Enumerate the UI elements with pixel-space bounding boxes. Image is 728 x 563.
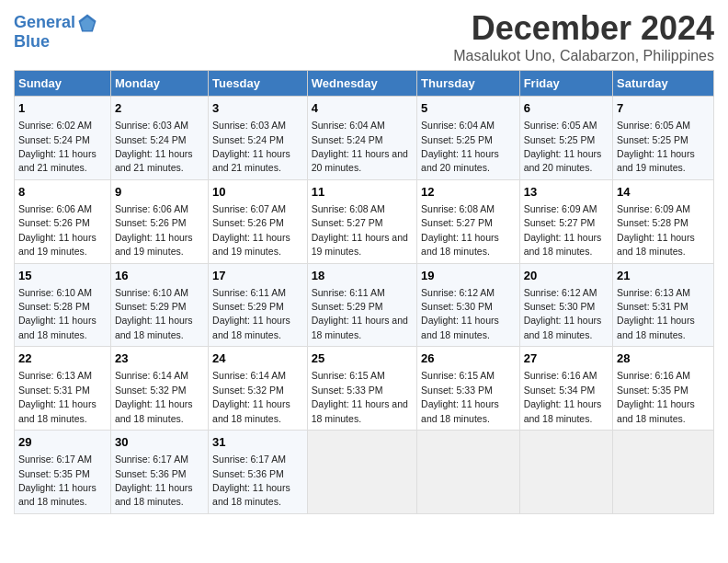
calendar-week-1: 1Sunrise: 6:02 AMSunset: 5:24 PMDaylight…: [15, 97, 714, 180]
calendar-cell: 5Sunrise: 6:04 AMSunset: 5:25 PMDaylight…: [417, 97, 520, 180]
calendar-cell: 29Sunrise: 6:17 AMSunset: 5:35 PMDayligh…: [15, 431, 111, 514]
calendar-cell: 2Sunrise: 6:03 AMSunset: 5:24 PMDaylight…: [110, 97, 208, 180]
logo-text2: Blue: [14, 33, 97, 52]
calendar-header-row: Sunday Monday Tuesday Wednesday Thursday…: [15, 71, 714, 97]
calendar-cell: [307, 431, 416, 514]
calendar-cell: 25Sunrise: 6:15 AMSunset: 5:33 PMDayligh…: [307, 347, 416, 431]
col-friday: Friday: [519, 71, 612, 97]
calendar-cell: 15Sunrise: 6:10 AMSunset: 5:28 PMDayligh…: [15, 263, 111, 347]
col-thursday: Thursday: [417, 71, 520, 97]
calendar-cell: [417, 431, 520, 514]
calendar-cell: 28Sunrise: 6:16 AMSunset: 5:35 PMDayligh…: [613, 347, 714, 431]
calendar-week-2: 8Sunrise: 6:06 AMSunset: 5:26 PMDaylight…: [15, 179, 714, 263]
calendar-cell: 23Sunrise: 6:14 AMSunset: 5:32 PMDayligh…: [110, 347, 208, 431]
col-tuesday: Tuesday: [209, 71, 308, 97]
logo-text: General: [14, 13, 97, 33]
calendar-cell: 7Sunrise: 6:05 AMSunset: 5:25 PMDaylight…: [613, 97, 714, 180]
title-block: December 2024 Masalukot Uno, Calabarzon,…: [453, 9, 714, 64]
calendar-cell: 1Sunrise: 6:02 AMSunset: 5:24 PMDaylight…: [15, 97, 111, 180]
col-saturday: Saturday: [613, 71, 714, 97]
col-sunday: Sunday: [15, 71, 111, 97]
calendar-cell: 14Sunrise: 6:09 AMSunset: 5:28 PMDayligh…: [613, 179, 714, 263]
calendar-cell: 21Sunrise: 6:13 AMSunset: 5:31 PMDayligh…: [613, 263, 714, 347]
calendar-cell: 24Sunrise: 6:14 AMSunset: 5:32 PMDayligh…: [209, 347, 308, 431]
calendar-cell: 19Sunrise: 6:12 AMSunset: 5:30 PMDayligh…: [417, 263, 520, 347]
calendar-week-4: 22Sunrise: 6:13 AMSunset: 5:31 PMDayligh…: [15, 347, 714, 431]
col-monday: Monday: [110, 71, 208, 97]
calendar-cell: [519, 431, 612, 514]
calendar-cell: 26Sunrise: 6:15 AMSunset: 5:33 PMDayligh…: [417, 347, 520, 431]
calendar-cell: 11Sunrise: 6:08 AMSunset: 5:27 PMDayligh…: [307, 179, 416, 263]
calendar-body: 1Sunrise: 6:02 AMSunset: 5:24 PMDaylight…: [15, 97, 714, 514]
calendar-cell: [613, 431, 714, 514]
calendar-cell: 12Sunrise: 6:08 AMSunset: 5:27 PMDayligh…: [417, 179, 520, 263]
calendar-cell: 18Sunrise: 6:11 AMSunset: 5:29 PMDayligh…: [307, 263, 416, 347]
calendar-cell: 9Sunrise: 6:06 AMSunset: 5:26 PMDaylight…: [110, 179, 208, 263]
calendar-cell: 3Sunrise: 6:03 AMSunset: 5:24 PMDaylight…: [209, 97, 308, 180]
calendar-table: Sunday Monday Tuesday Wednesday Thursday…: [14, 70, 714, 514]
calendar-cell: 17Sunrise: 6:11 AMSunset: 5:29 PMDayligh…: [209, 263, 308, 347]
main-title: December 2024: [453, 9, 714, 48]
calendar-cell: 8Sunrise: 6:06 AMSunset: 5:26 PMDaylight…: [15, 179, 111, 263]
calendar-week-3: 15Sunrise: 6:10 AMSunset: 5:28 PMDayligh…: [15, 263, 714, 347]
calendar-cell: 4Sunrise: 6:04 AMSunset: 5:24 PMDaylight…: [307, 97, 416, 180]
calendar-cell: 6Sunrise: 6:05 AMSunset: 5:25 PMDaylight…: [519, 97, 612, 180]
calendar-cell: 31Sunrise: 6:17 AMSunset: 5:36 PMDayligh…: [209, 431, 308, 514]
calendar-week-5: 29Sunrise: 6:17 AMSunset: 5:35 PMDayligh…: [15, 431, 714, 514]
subtitle: Masalukot Uno, Calabarzon, Philippines: [453, 48, 714, 64]
calendar-cell: 16Sunrise: 6:10 AMSunset: 5:29 PMDayligh…: [110, 263, 208, 347]
calendar-cell: 20Sunrise: 6:12 AMSunset: 5:30 PMDayligh…: [519, 263, 612, 347]
calendar-cell: 22Sunrise: 6:13 AMSunset: 5:31 PMDayligh…: [15, 347, 111, 431]
logo: General Blue: [14, 13, 97, 52]
calendar-cell: 13Sunrise: 6:09 AMSunset: 5:27 PMDayligh…: [519, 179, 612, 263]
calendar-cell: 27Sunrise: 6:16 AMSunset: 5:34 PMDayligh…: [519, 347, 612, 431]
col-wednesday: Wednesday: [307, 71, 416, 97]
page-header: General Blue December 2024 Masalukot Uno…: [14, 9, 714, 64]
calendar-cell: 10Sunrise: 6:07 AMSunset: 5:26 PMDayligh…: [209, 179, 308, 263]
calendar-cell: 30Sunrise: 6:17 AMSunset: 5:36 PMDayligh…: [110, 431, 208, 514]
